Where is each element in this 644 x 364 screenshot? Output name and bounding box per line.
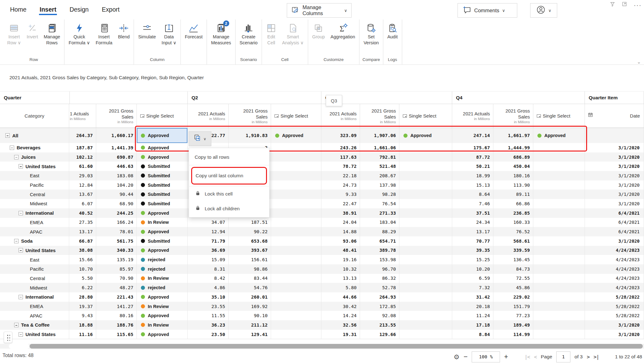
value-cell[interactable]: 72.55	[493, 274, 533, 283]
insert-formula-button[interactable]: InsertFormula	[93, 19, 115, 46]
value-cell[interactable]: 10.32	[321, 264, 360, 274]
menu-item-copy-to-all-rows[interactable]: Copy to all rows	[189, 149, 269, 165]
value-cell[interactable]: 39.35	[452, 246, 493, 255]
value-cell[interactable]: 85.97	[96, 264, 137, 274]
value-cell[interactable]: 14.88	[321, 227, 360, 236]
date-cell[interactable]: 6/4/2021	[585, 218, 644, 227]
value-cell[interactable]: 180.16	[493, 171, 533, 180]
value-cell[interactable]: 1,444.99	[493, 143, 533, 152]
value-cell[interactable]: 129.66	[360, 330, 399, 339]
value-cell[interactable]: 29.03	[69, 171, 96, 180]
value-cell[interactable]: 15.09	[188, 255, 229, 264]
value-cell[interactable]: 78.01	[96, 227, 137, 236]
value-cell[interactable]: 11.24	[452, 311, 493, 320]
row-name-cell[interactable]: Pacific	[0, 180, 69, 190]
value-cell[interactable]: 98.28	[360, 190, 399, 199]
row-name-cell[interactable]: APAC	[0, 311, 69, 320]
status-cell[interactable]: Submitted	[137, 190, 188, 199]
value-cell[interactable]: 102.12	[69, 152, 96, 162]
row-name-cell[interactable]: All	[0, 128, 69, 143]
value-cell[interactable]: 32.56	[321, 320, 360, 330]
status-cell[interactable]	[271, 302, 321, 311]
status-cell[interactable]: rejected	[137, 255, 188, 264]
ribbon-collapse-icon[interactable]: ⌄	[637, 59, 641, 65]
horizontal-scrollbar[interactable]	[0, 344, 644, 349]
page-number-input[interactable]: 1	[556, 351, 570, 362]
value-cell[interactable]: 96.70	[360, 264, 399, 274]
value-cell[interactable]: 11.16	[69, 330, 96, 339]
status-cell[interactable]: Submitted	[137, 199, 188, 208]
tab-insert[interactable]: Insert	[39, 2, 57, 18]
collapse-icon[interactable]	[19, 295, 23, 299]
value-cell[interactable]: 654.71	[360, 236, 399, 246]
date-cell[interactable]: 3/1/2020	[585, 236, 644, 246]
value-cell[interactable]: 36.23	[188, 320, 229, 330]
value-cell[interactable]: 10.20	[452, 264, 493, 274]
column-header-category[interactable]: Category	[0, 104, 69, 128]
value-cell[interactable]: 38.08	[69, 246, 96, 255]
status-cell[interactable]	[533, 311, 585, 320]
value-cell[interactable]: 23.55	[188, 302, 229, 311]
date-cell[interactable]: 5/28/2022	[585, 311, 644, 320]
value-cell[interactable]: 31.42	[452, 292, 493, 302]
value-cell[interactable]: 27.35	[69, 218, 96, 227]
value-cell[interactable]: 52.78	[360, 283, 399, 292]
collapse-icon[interactable]	[5, 133, 10, 138]
value-cell[interactable]: 188.76	[96, 320, 137, 330]
status-cell[interactable]: Approved	[137, 311, 188, 320]
value-cell[interactable]: 71.79	[188, 236, 229, 246]
collapse-icon[interactable]	[14, 323, 19, 327]
value-cell[interactable]: 229.02	[493, 292, 533, 302]
simulate-button[interactable]: Simulate	[135, 19, 158, 40]
value-cell[interactable]: 175.67	[452, 143, 493, 152]
value-cell[interactable]: 50.21	[452, 162, 493, 171]
value-cell[interactable]: 8.64	[452, 190, 493, 199]
tab-export[interactable]: Export	[101, 2, 120, 18]
status-cell[interactable]	[271, 283, 321, 292]
date-cell[interactable]: 4/24/2023	[585, 255, 644, 264]
value-cell[interactable]: 183.04	[360, 218, 399, 227]
value-cell[interactable]: 260.01	[229, 292, 271, 302]
status-cell[interactable]: Approved	[137, 143, 188, 152]
date-cell[interactable]: 4/24/2023	[585, 283, 644, 292]
status-cell[interactable]: In Review	[137, 320, 188, 330]
menu-item-copy-until-last-column[interactable]: Copy until last column	[192, 168, 266, 184]
aggregation-button[interactable]: ΣAggregation	[328, 19, 358, 40]
zoom-in-button[interactable]: +	[504, 353, 508, 360]
value-cell[interactable]: 15.66	[69, 255, 96, 264]
menu-item-lock-all-children[interactable]: Lock all children	[189, 201, 269, 216]
value-cell[interactable]: 339.59	[493, 246, 533, 255]
collapse-icon[interactable]	[14, 239, 19, 243]
value-cell[interactable]: 244.25	[96, 208, 137, 218]
value-cell[interactable]: 83.44	[229, 274, 271, 283]
status-cell[interactable]: Submitted	[137, 180, 188, 190]
row-name-cell[interactable]: East	[0, 171, 69, 180]
value-cell[interactable]: 76.52	[493, 227, 533, 236]
value-cell[interactable]: 38.91	[321, 208, 360, 218]
value-cell[interactable]: 37.51	[452, 208, 493, 218]
value-cell[interactable]: 36.69	[188, 246, 229, 255]
value-cell[interactable]: 18.99	[452, 171, 493, 180]
date-cell[interactable]: 6/4/2021	[585, 208, 644, 218]
value-cell[interactable]: 11.55	[188, 311, 229, 320]
row-name-cell[interactable]: Central	[0, 274, 69, 283]
status-cell[interactable]	[271, 246, 321, 255]
status-cell[interactable]	[399, 143, 452, 152]
value-cell[interactable]: 521.48	[360, 162, 399, 171]
value-cell[interactable]: 393.67	[229, 246, 271, 255]
group-header-q4[interactable]: Q4	[452, 91, 585, 104]
collapse-icon[interactable]	[19, 332, 23, 337]
status-cell[interactable]	[271, 227, 321, 236]
expand-icon[interactable]	[622, 1, 629, 9]
value-cell[interactable]: 5.80	[321, 283, 360, 292]
value-cell[interactable]: 7.46	[452, 199, 493, 208]
value-cell[interactable]: 15.25	[452, 255, 493, 264]
date-cell[interactable]: 4/24/2023	[585, 274, 644, 283]
status-cell[interactable]	[271, 292, 321, 302]
value-cell[interactable]: 115.65	[96, 330, 137, 339]
status-cell[interactable]	[533, 227, 585, 236]
value-cell[interactable]: 15.13	[452, 180, 493, 190]
zoom-level-input[interactable]: 100 %	[472, 351, 500, 362]
column-header-single-select[interactable]: Single Select	[533, 104, 585, 128]
value-cell[interactable]: 264.37	[69, 128, 96, 143]
